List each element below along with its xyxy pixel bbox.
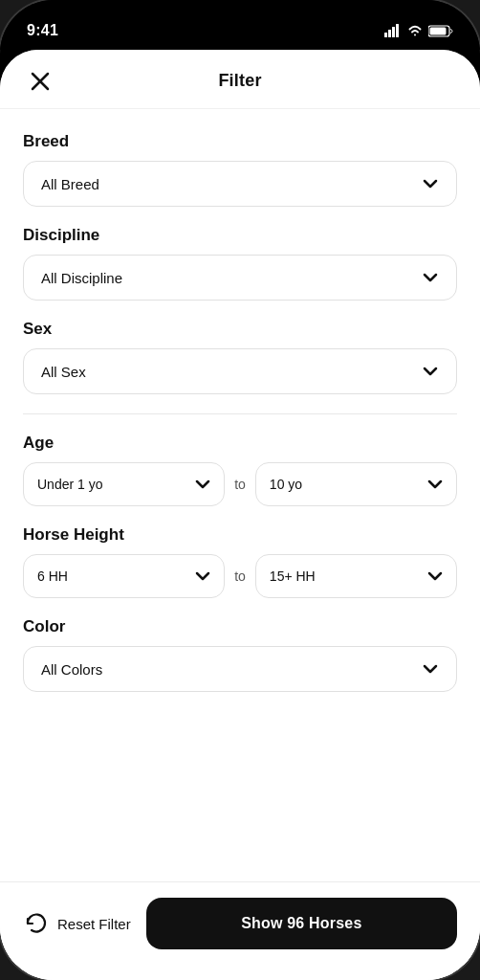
height-from-value: 6 HH [37,568,68,584]
svg-rect-3 [396,24,399,37]
phone-screen: 9:41 [0,0,480,980]
age-to-label: to [234,477,246,492]
height-range-row: 6 HH to 15+ HH [23,554,457,598]
height-to-select[interactable]: 15+ HH [255,554,457,598]
height-from-select[interactable]: 6 HH [23,554,225,598]
age-range-row: Under 1 yo to 10 yo [23,462,457,506]
svg-rect-0 [384,33,387,37]
height-from-chevron-icon [195,568,210,584]
filter-header: Filter [0,50,480,109]
signal-icon [384,24,402,37]
dynamic-island [183,10,297,40]
sex-label: Sex [23,320,457,339]
screen-content: Filter Breed All Breed [0,50,480,980]
discipline-value: All Discipline [41,270,122,286]
filter-content: Breed All Breed Discipline All Disciplin [0,109,480,881]
age-section: Age Under 1 yo to 10 yo [23,434,457,506]
reset-icon [23,910,50,937]
color-label: Color [23,617,457,636]
close-button[interactable] [23,64,57,99]
show-horses-button[interactable]: Show 96 Horses [146,898,457,949]
age-to-select[interactable]: 10 yo [255,462,457,506]
breed-section: Breed All Breed [23,132,457,207]
svg-rect-2 [392,27,395,37]
status-icons [384,24,453,37]
reset-button[interactable]: Reset Filter [23,906,131,941]
discipline-section: Discipline All Discipline [23,226,457,301]
color-chevron-icon [422,660,439,678]
sex-section: Sex All Sex [23,320,457,394]
svg-rect-1 [388,30,391,37]
breed-select[interactable]: All Breed [23,161,457,207]
horse-height-section: Horse Height 6 HH to 15+ HH [23,525,457,598]
age-label: Age [23,434,457,453]
close-icon [30,71,51,92]
bottom-bar: Reset Filter Show 96 Horses [0,881,480,980]
age-from-chevron-icon [195,477,210,492]
sex-select[interactable]: All Sex [23,348,457,394]
height-to-chevron-icon [427,568,443,584]
svg-rect-5 [430,27,447,34]
status-time: 9:41 [27,22,58,39]
age-from-select[interactable]: Under 1 yo [23,462,225,506]
breed-value: All Breed [41,176,99,192]
filter-title: Filter [218,71,261,91]
divider-1 [23,413,457,414]
color-select[interactable]: All Colors [23,646,457,692]
battery-icon [428,25,453,37]
sex-chevron-icon [422,363,439,380]
discipline-chevron-icon [422,269,439,286]
sex-value: All Sex [41,364,86,380]
wifi-icon [407,25,423,37]
discipline-select[interactable]: All Discipline [23,255,457,301]
breed-chevron-icon [422,175,439,192]
horse-height-label: Horse Height [23,525,457,545]
height-to-label: to [234,568,246,584]
age-to-chevron-icon [427,477,443,492]
breed-label: Breed [23,132,457,151]
status-bar: 9:41 [0,0,480,50]
age-from-value: Under 1 yo [37,477,102,492]
height-to-value: 15+ HH [270,568,316,584]
age-to-value: 10 yo [270,477,302,492]
reset-label: Reset Filter [57,916,131,932]
color-value: All Colors [41,661,102,678]
filter-panel: Filter Breed All Breed [0,50,480,980]
discipline-label: Discipline [23,226,457,245]
color-section: Color All Colors [23,617,457,692]
phone-frame: 9:41 [0,0,480,980]
